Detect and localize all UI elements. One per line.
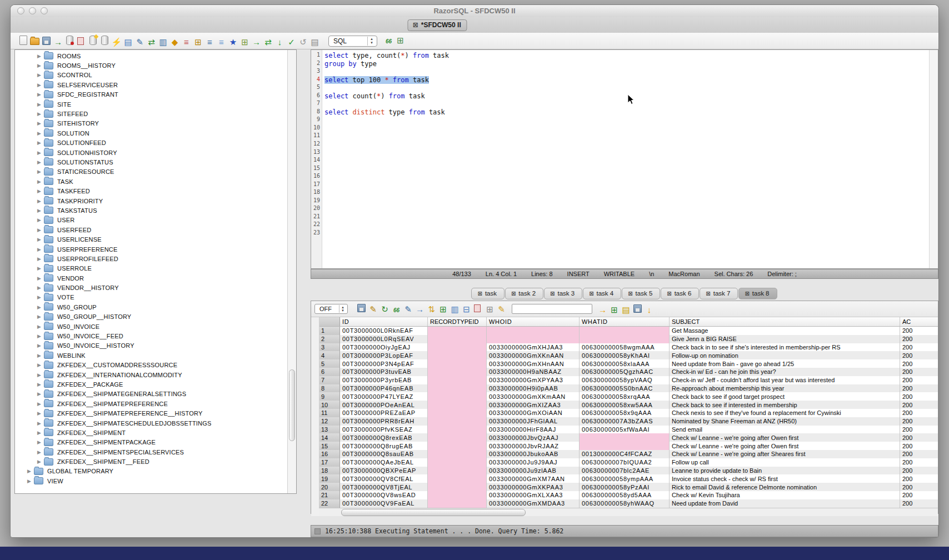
- favorites-star-icon[interactable]: ★: [227, 36, 239, 48]
- tree-item-solution[interactable]: ▶SOLUTION: [15, 128, 288, 138]
- disclosure-triangle-icon[interactable]: ▶: [37, 169, 44, 174]
- table-row[interactable]: 1100T3000000PREZaEAP0033000000GmXOiAAN00…: [319, 409, 938, 417]
- table-cell[interactable]: 006300000058xrqAAA: [580, 392, 670, 401]
- tree-scrollbar-thumb[interactable]: [289, 369, 295, 442]
- table-cell[interactable]: [428, 392, 487, 401]
- table-cell[interactable]: 00T3000000POeAnEAL: [340, 401, 428, 409]
- table-cell[interactable]: 006300000058yhWAAQ: [580, 499, 670, 508]
- tree-item-sitehistory[interactable]: ▶SITEHISTORY: [15, 119, 288, 128]
- code-line[interactable]: select type, count(*) from task: [324, 52, 929, 60]
- copy-pages-icon[interactable]: [472, 302, 484, 314]
- disclosure-triangle-icon[interactable]: ▶: [37, 150, 44, 156]
- open-file-icon[interactable]: [29, 36, 41, 47]
- code-line[interactable]: [324, 68, 929, 76]
- table-cell[interactable]: [428, 351, 487, 359]
- table-cell[interactable]: 00T3000000QV8wsEAD: [340, 491, 428, 499]
- disclosure-triangle-icon[interactable]: ▶: [37, 63, 44, 68]
- tree-item-view[interactable]: ▶VIEW: [15, 476, 288, 486]
- grid-hscroll-thumb[interactable]: [341, 509, 526, 516]
- table-cell[interactable]: [428, 426, 487, 434]
- column-header-ac[interactable]: AC: [900, 317, 939, 326]
- commit-check-icon[interactable]: ✓: [286, 36, 297, 48]
- disclosure-triangle-icon[interactable]: ▶: [37, 314, 44, 319]
- tree-item-zkfedex__shipmatescheduledjobssettings[interactable]: ▶ZKFEDEX__SHIPMATESCHEDULEDJOBSSETTINGS: [15, 418, 288, 428]
- close-tab-icon[interactable]: ⊠: [477, 291, 482, 297]
- table-cell[interactable]: [428, 343, 487, 352]
- table-row[interactable]: 1900T3000000QV8CfEAL0033000000GmXM7AAN00…: [319, 474, 938, 483]
- table-cell[interactable]: Follow up call: [670, 458, 900, 467]
- table-cell[interactable]: Check back to see if good target prospec…: [670, 392, 900, 401]
- tree-item-site[interactable]: ▶SITE: [15, 99, 288, 109]
- go-arrow-icon[interactable]: →: [251, 36, 262, 48]
- disclosure-triangle-icon[interactable]: ▶: [37, 276, 44, 281]
- code-line[interactable]: [324, 213, 929, 222]
- table-cell[interactable]: 200: [900, 458, 939, 467]
- table-cell[interactable]: Invoice status check - check w/ RS first: [670, 474, 900, 483]
- table-cell[interactable]: 200: [900, 491, 939, 499]
- disclosure-triangle-icon[interactable]: ▶: [37, 92, 44, 97]
- add-row-icon[interactable]: ⊞: [608, 304, 620, 316]
- tree-item-w50_group[interactable]: ▶W50_GROUP: [15, 302, 288, 312]
- result-tab-task-8[interactable]: ⊠task 8: [738, 288, 777, 299]
- copy-refresh-icon[interactable]: ⊞: [437, 303, 449, 315]
- grid-horizontal-scrollbar[interactable]: [319, 508, 938, 516]
- disclosure-triangle-icon[interactable]: ▶: [37, 198, 44, 204]
- disclosure-triangle-icon[interactable]: ▶: [37, 111, 44, 117]
- close-tab-icon[interactable]: ⊠: [589, 291, 593, 297]
- table-cell[interactable]: Check back in to see if she's interested…: [670, 343, 900, 352]
- table-cell[interactable]: [428, 442, 487, 450]
- disclosure-triangle-icon[interactable]: ▶: [37, 324, 44, 329]
- table-cell[interactable]: 200: [900, 499, 939, 508]
- disclosure-triangle-icon[interactable]: ▶: [37, 72, 44, 78]
- filter-edit-icon[interactable]: ✎: [367, 303, 379, 315]
- table-cell[interactable]: 200: [900, 450, 939, 458]
- tree-item-w50_invoice[interactable]: ▶W50_INVOICE: [15, 322, 288, 331]
- close-tab-icon[interactable]: ⊠: [413, 21, 418, 29]
- table-cell[interactable]: Leanne to provide update to Bain: [670, 467, 900, 475]
- disclosure-triangle-icon[interactable]: ▶: [37, 102, 44, 107]
- table-cell[interactable]: [428, 450, 487, 458]
- refresh-pages-icon[interactable]: ⇄: [146, 36, 157, 48]
- code-line[interactable]: [324, 124, 929, 133]
- table-star-icon[interactable]: ⊞: [239, 36, 251, 48]
- table-cell[interactable]: 00T3000000P47LYEAZ: [340, 392, 428, 401]
- table-row[interactable]: 100T3000000L0RknEAFGet Massage200: [319, 327, 938, 335]
- table-cell[interactable]: 200: [900, 483, 939, 491]
- code-line[interactable]: [324, 141, 929, 149]
- table-cell[interactable]: 00630000005QgzhAAC: [580, 368, 670, 376]
- table-cell[interactable]: 00T3000000QV8CfEAL: [340, 474, 428, 483]
- table-export-icon[interactable]: ⊞: [192, 36, 204, 48]
- table-row[interactable]: 800T3000000P46qnEAB0033000000H9i0pAAB006…: [319, 384, 938, 393]
- tree-item-w50_invoice__feed[interactable]: ▶W50_INVOICE__FEED: [15, 331, 288, 341]
- align-icon[interactable]: ≡: [204, 36, 216, 48]
- disclosure-triangle-icon[interactable]: ▶: [37, 430, 44, 436]
- table-row[interactable]: 1600T3000000Q8sauEAB0033000000JbukoAAB00…: [319, 450, 938, 458]
- down-arrow-icon[interactable]: ↓: [274, 36, 286, 48]
- tree-item-zkfedex__shipmategeneralsettings[interactable]: ▶ZKFEDEX__SHIPMATEGENERALSETTINGS: [15, 389, 288, 399]
- table-cell[interactable]: 006300000058yPzAAI: [580, 483, 670, 491]
- table-cell[interactable]: [428, 499, 487, 508]
- table-cell[interactable]: 006300000058ypVAAQ: [580, 376, 670, 384]
- table-row[interactable]: 1300T3000000PfvKSEAZ0033000000HirF8AAJ00…: [319, 426, 938, 434]
- table-cell[interactable]: 0033000000GmXIZAA3: [487, 401, 580, 409]
- disclosure-triangle-icon[interactable]: ▶: [37, 294, 44, 300]
- table-cell[interactable]: [428, 327, 487, 335]
- table-cell[interactable]: 006300000058ympAAA: [580, 474, 670, 483]
- code-line[interactable]: [324, 229, 929, 238]
- code-line[interactable]: [324, 165, 929, 173]
- tree-item-zkfedex__shipmentpackage[interactable]: ▶ZKFEDEX__SHIPMENTPACKAGE: [15, 438, 288, 447]
- new-file-icon[interactable]: [17, 34, 29, 46]
- table-cell[interactable]: 0033000000GmXPYAA3: [487, 376, 580, 384]
- table-cell[interactable]: [428, 483, 487, 491]
- column-header-id[interactable]: ID: [340, 317, 428, 326]
- table-row[interactable]: 1700T3000000QAeJbEAL0033000000Ju9J9AAJ00…: [319, 458, 938, 467]
- disclosure-triangle-icon[interactable]: ▶: [37, 121, 44, 126]
- disclosure-triangle-icon[interactable]: ▶: [37, 188, 44, 194]
- disclosure-triangle-icon[interactable]: ▶: [37, 382, 44, 387]
- save-grid-icon[interactable]: [632, 303, 643, 314]
- sql-code[interactable]: select type, count(*) from taskgroup by …: [324, 52, 929, 238]
- table-cell[interactable]: Check back to see if interested in membe…: [670, 401, 900, 409]
- table-cell[interactable]: 006300000058xw5AAA: [580, 401, 670, 409]
- tree-item-solutionstatus[interactable]: ▶SOLUTIONSTATUS: [15, 157, 288, 167]
- close-tab-icon[interactable]: ⊠: [628, 291, 632, 297]
